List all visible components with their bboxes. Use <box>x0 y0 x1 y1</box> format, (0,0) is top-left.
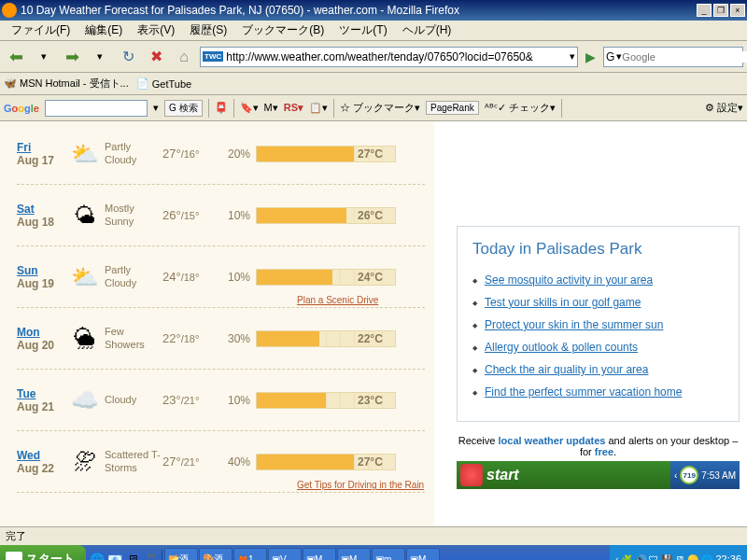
go-button[interactable]: ▶ <box>582 49 599 64</box>
search-box[interactable]: G▾ 🔍 <box>603 47 743 67</box>
pagerank-button[interactable]: PageRank <box>426 101 479 115</box>
close-button[interactable]: × <box>730 4 745 17</box>
menu-file[interactable]: ファイル(F) <box>4 21 78 40</box>
menu-history[interactable]: 履歴(S) <box>182 21 234 40</box>
toolbar-icon[interactable]: 📮 <box>215 102 228 114</box>
task-button[interactable]: 🎨酒.. <box>199 548 233 560</box>
bookmark-button[interactable]: ☆ ブックマーク▾ <box>340 101 420 115</box>
menu-edit[interactable]: 編集(E) <box>78 21 130 40</box>
back-button[interactable]: ⬅ <box>4 45 28 69</box>
day-link[interactable]: Sun <box>17 264 38 277</box>
windows-logo-icon <box>6 552 22 560</box>
minimize-button[interactable]: _ <box>697 4 712 17</box>
ql-icon[interactable]: 📧 <box>106 550 123 560</box>
forecast-row: FriAug 17⛅Partly Cloudy27°/16°20%27°C <box>17 123 425 185</box>
temp-bar: 27°C <box>256 146 396 162</box>
tray-icon[interactable]: 💾 <box>661 554 672 561</box>
tray-icon[interactable]: 🛡 <box>649 554 658 561</box>
temp-label: 23°/21° <box>162 393 220 407</box>
temp-label: 26°/15° <box>162 208 220 222</box>
bookmark-gettube[interactable]: 📄GetTube <box>136 77 191 90</box>
task-button[interactable]: ▣m.. <box>372 548 405 560</box>
sidebar-link[interactable]: Test your skills in our golf game <box>485 296 641 309</box>
ql-icon[interactable]: 🌐 <box>89 550 106 560</box>
condition-label: Mostly Sunny <box>105 203 162 227</box>
start-button[interactable]: スタート <box>0 545 86 560</box>
url-bar[interactable]: TWC ▾ <box>200 47 578 67</box>
tray-icon[interactable]: ‹ <box>615 554 618 561</box>
task-button[interactable]: ▣V.. <box>268 548 302 560</box>
precip-label: 40% <box>220 455 256 469</box>
menu-tools[interactable]: ツール(T) <box>331 21 394 40</box>
day-link[interactable]: Fri <box>17 141 31 154</box>
day-link[interactable]: Sat <box>17 203 35 216</box>
google-dropdown-icon[interactable]: ▾ <box>153 102 159 114</box>
clock[interactable]: 22:36 <box>715 553 741 560</box>
stop-button[interactable]: ✖ <box>144 45 168 69</box>
tray-icon[interactable]: 🧩 <box>621 554 632 561</box>
sidebar-link[interactable]: Allergy outlook & pollen counts <box>485 341 638 354</box>
day-link[interactable]: Wed <box>17 449 40 462</box>
toolbar-icon[interactable]: 📋▾ <box>309 102 328 114</box>
menu-bookmarks[interactable]: ブックマーク(B) <box>234 21 331 40</box>
condition-label: Partly Cloudy <box>105 264 162 288</box>
forward-dropdown[interactable]: ▾ <box>88 45 112 69</box>
promo-startbar[interactable]: start ‹ 719 7:53 AM <box>457 461 740 489</box>
forecast-table: FriAug 17⛅Partly Cloudy27°/16°20%27°CSat… <box>0 121 434 526</box>
temp-label: 22°/18° <box>162 331 220 345</box>
day-link[interactable]: Tue <box>17 387 35 400</box>
menu-help[interactable]: ヘルプ(H) <box>395 21 459 40</box>
forecast-row: MonAug 20🌦Few Showers22°/18°30%22°C <box>17 308 425 370</box>
forecast-row: SatAug 18🌤Mostly Sunny26°/15°10%26°C <box>17 185 425 246</box>
task-button[interactable]: ▣M.. <box>303 548 336 560</box>
spellcheck-button[interactable]: ᴬᴮᶜ✓ チェック▾ <box>485 101 556 115</box>
task-button[interactable]: 📂酒.. <box>164 548 198 560</box>
url-dropdown-icon[interactable]: ▾ <box>570 50 575 63</box>
tip-link[interactable]: Plan a Scenic Drive <box>297 295 378 305</box>
maximize-button[interactable]: ❐ <box>713 4 728 17</box>
weather-icon: 🌦 <box>74 326 96 351</box>
google-search-button[interactable]: G 検索 <box>164 100 203 117</box>
promo-time: 7:53 AM <box>701 470 736 481</box>
sidebar-link[interactable]: See mosquito activity in your area <box>485 273 653 287</box>
menu-view[interactable]: 表示(V) <box>130 21 182 40</box>
google-search-input[interactable] <box>45 100 148 117</box>
gmail-icon[interactable]: M▾ <box>264 102 278 114</box>
tray-icon[interactable]: 🌐 <box>701 554 712 561</box>
sidebar-link[interactable]: Find the perfect summer vacation home <box>485 385 682 399</box>
day-link[interactable]: Mon <box>17 326 40 339</box>
condition-label: Partly Cloudy <box>105 141 162 165</box>
sidebar-link[interactable]: Protect your skin in the summer sun <box>485 318 663 331</box>
separator <box>208 99 209 118</box>
tray-icon[interactable]: 🟡 <box>687 554 698 561</box>
task-button[interactable]: 🦊1.. <box>233 548 267 560</box>
sidebar-link-item: Protect your skin in the summer sun <box>472 318 724 331</box>
back-dropdown[interactable]: ▾ <box>32 45 56 69</box>
rs-button[interactable]: RS▾ <box>284 102 303 114</box>
temp-bar: 26°C <box>256 207 396 224</box>
task-button[interactable]: ▣M.. <box>337 548 371 560</box>
ql-icon[interactable]: 🎵 <box>142 550 159 560</box>
tray-icon[interactable]: 🖥 <box>675 554 684 561</box>
weather-icon: ⛅ <box>71 141 99 166</box>
home-button[interactable]: ⌂ <box>172 45 196 69</box>
reload-button[interactable]: ↻ <box>116 45 140 69</box>
system-tray[interactable]: ‹ 🧩 🔊 🛡 💾 🖥 🟡 🌐 22:36 <box>610 545 747 560</box>
forward-button[interactable]: ➡ <box>60 45 84 69</box>
tip-link[interactable]: Get Tips for Driving in the Rain <box>297 480 424 490</box>
weather-icon: ☁️ <box>71 387 99 413</box>
date-label: Aug 19 <box>17 277 65 290</box>
sidebar-link[interactable]: Check the air quality in your area <box>485 363 648 376</box>
page-icon: 📄 <box>136 77 149 90</box>
url-input[interactable] <box>226 50 570 63</box>
google-toolbar: Google ▾ G 検索 📮 🔖▾ M▾ RS▾ 📋▾ ☆ ブックマーク▾ P… <box>0 95 747 121</box>
search-input[interactable] <box>622 51 747 63</box>
ql-icon[interactable]: 🖥 <box>124 550 141 560</box>
task-button[interactable]: ▣M.. <box>406 548 440 560</box>
tray-icon[interactable]: 🔊 <box>635 554 646 561</box>
settings-button[interactable]: ⚙ 設定▾ <box>705 101 743 115</box>
right-pane: Today in Palisades Park See mosquito act… <box>434 121 747 526</box>
bookmark-msn[interactable]: 🦋MSN Hotmail - 受信ト... <box>4 77 129 91</box>
toolbar-icon[interactable]: 🔖▾ <box>240 102 259 114</box>
sidebar-link-item: Allergy outlook & pollen counts <box>472 341 724 354</box>
